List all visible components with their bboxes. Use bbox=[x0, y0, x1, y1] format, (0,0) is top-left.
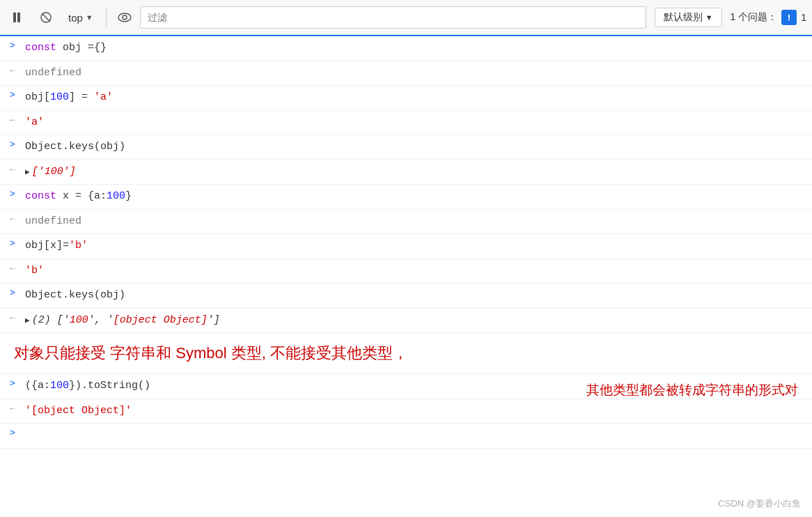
svg-rect-8 bbox=[788, 19, 790, 20]
row-content: '[object Object]' bbox=[25, 402, 812, 421]
code-text: Object.keys(obj) bbox=[25, 289, 125, 301]
input-icon: > bbox=[0, 286, 25, 298]
undefined-text: undefined bbox=[25, 215, 81, 227]
issues-badge: 1 个问题： 1 bbox=[731, 10, 806, 25]
row-content: 'b' bbox=[25, 262, 812, 281]
console-row: ← 'a' bbox=[0, 111, 812, 136]
console-row: > obj[x]='b' bbox=[0, 234, 812, 259]
input-icon: > bbox=[0, 39, 25, 51]
attribution: CSDN @姜香小白鱼 bbox=[718, 497, 801, 510]
issues-icon bbox=[781, 10, 797, 25]
console-row: ← undefined bbox=[0, 61, 812, 86]
svg-line-3 bbox=[42, 13, 50, 22]
code-text: obj[100] = 'a' bbox=[25, 91, 113, 103]
context-label: top bbox=[68, 12, 83, 24]
console-row: > Object.keys(obj) bbox=[0, 284, 812, 309]
context-arrow: ▼ bbox=[86, 13, 93, 22]
input-icon: > bbox=[0, 138, 25, 150]
stop-button[interactable] bbox=[33, 5, 58, 30]
result-text: '[object Object]' bbox=[25, 405, 132, 417]
annotation-text: 对象只能接受 字符串和 Symbol 类型, 不能接受其他类型， bbox=[14, 344, 408, 362]
row-content: obj[100] = 'a' bbox=[25, 88, 812, 107]
output-icon: ← bbox=[0, 402, 25, 414]
console-row: ← ▶['100'] bbox=[0, 160, 812, 185]
row-content: 'a' bbox=[25, 114, 812, 132]
context-dropdown[interactable]: top ▼ bbox=[61, 9, 100, 26]
svg-point-5 bbox=[123, 15, 127, 20]
output-icon: ← bbox=[0, 262, 25, 274]
console-row: ← '[object Object]' bbox=[0, 399, 812, 424]
play-button[interactable] bbox=[6, 5, 31, 30]
code-text: Object.keys(obj) bbox=[25, 141, 125, 153]
last-code-section: > ({a:100}).toString() ← '[object Object… bbox=[0, 374, 812, 424]
row-content: undefined bbox=[25, 213, 812, 231]
svg-rect-7 bbox=[788, 15, 790, 18]
console-row: ← 'b' bbox=[0, 259, 812, 284]
console-row: ← ▶(2) ['100', '[object Object]'] bbox=[0, 309, 812, 334]
input-icon: > bbox=[0, 88, 25, 100]
keyword: const bbox=[25, 190, 56, 202]
divider bbox=[106, 8, 107, 27]
eye-button[interactable] bbox=[112, 5, 137, 30]
annotation-row: 对象只能接受 字符串和 Symbol 类型, 不能接受其他类型， bbox=[0, 333, 812, 374]
row-content: ▶(2) ['100', '[object Object]'] bbox=[25, 311, 812, 330]
row-content: const obj ={} bbox=[25, 39, 812, 58]
result-text: 'a' bbox=[25, 116, 44, 128]
console-row: ← undefined bbox=[0, 210, 812, 235]
result-text: 'b' bbox=[25, 265, 44, 277]
output-icon: ← bbox=[0, 163, 25, 175]
array-text: ['100'] bbox=[32, 166, 76, 178]
input-icon: > bbox=[0, 377, 25, 389]
code-text: obj[x]='b' bbox=[25, 240, 88, 252]
array-text: (2) ['100', '[object Object]'] bbox=[32, 314, 220, 326]
output-icon: ← bbox=[0, 311, 25, 323]
empty-input-row: > bbox=[0, 424, 812, 449]
row-content: const x = {a:100} bbox=[25, 187, 812, 206]
svg-point-4 bbox=[118, 13, 131, 22]
keyword: const bbox=[25, 42, 56, 54]
output-icon: ← bbox=[0, 213, 25, 224]
level-dropdown[interactable]: 默认级别 ▼ bbox=[655, 8, 722, 27]
svg-rect-1 bbox=[17, 13, 20, 22]
row-content: ▶['100'] bbox=[25, 163, 812, 182]
row-content: obj[x]='b' bbox=[25, 237, 812, 256]
console-content: > const obj ={} ← undefined > obj[100] =… bbox=[0, 36, 812, 517]
code-text: x = {a:100} bbox=[63, 190, 132, 202]
console-row: > const obj ={} bbox=[0, 36, 812, 61]
issues-label: 1 个问题： bbox=[731, 11, 778, 24]
toolbar: top ▼ 默认级别 ▼ 1 个问题： 1 bbox=[0, 0, 812, 36]
console-row: > const x = {a:100} bbox=[0, 185, 812, 210]
console-row: > obj[100] = 'a' bbox=[0, 86, 812, 111]
row-content: undefined bbox=[25, 64, 812, 83]
console-row: > Object.keys(obj) bbox=[0, 135, 812, 160]
row-content[interactable] bbox=[25, 426, 812, 429]
inline-annotation: 其他类型都会被转成字符串的形式对 bbox=[586, 381, 798, 399]
level-arrow: ▼ bbox=[705, 13, 713, 22]
expand-arrow[interactable]: ▶ bbox=[25, 168, 30, 176]
input-icon: > bbox=[0, 237, 25, 249]
input-icon: > bbox=[0, 426, 25, 438]
level-label: 默认级别 bbox=[664, 11, 703, 24]
row-content: Object.keys(obj) bbox=[25, 138, 812, 157]
filter-input[interactable] bbox=[140, 6, 646, 29]
issues-count: 1 bbox=[801, 12, 806, 23]
row-content: Object.keys(obj) bbox=[25, 286, 812, 305]
output-icon: ← bbox=[0, 114, 25, 125]
svg-rect-0 bbox=[13, 13, 16, 22]
code-text: ({a:100}).toString() bbox=[25, 380, 150, 392]
expand-arrow[interactable]: ▶ bbox=[25, 316, 30, 325]
undefined-text: undefined bbox=[25, 67, 81, 79]
output-icon: ← bbox=[0, 64, 25, 76]
code-text: obj ={} bbox=[63, 42, 107, 54]
input-icon: > bbox=[0, 187, 25, 199]
